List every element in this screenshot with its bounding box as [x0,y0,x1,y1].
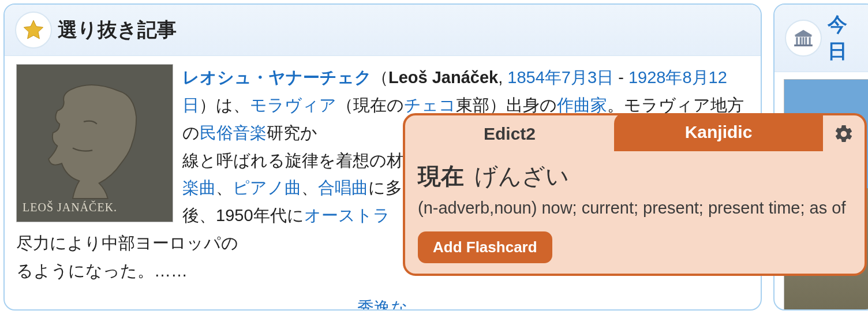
link-moravia[interactable]: モラヴィア [250,96,336,114]
thumbnail-caption: LEOŠ JANÁČEK. [23,198,117,217]
link-choral[interactable]: 合唱曲 [318,178,368,197]
link-piano[interactable]: ピアノ曲 [233,178,301,197]
link-gakkyoku[interactable]: 楽曲 [182,178,216,197]
link-composer[interactable]: 作曲家 [557,96,607,114]
museum-icon [785,20,822,57]
entry-definition: (n-adverb,noun) now; current; present; p… [418,196,852,221]
article-thumbnail[interactable]: LEOŠ JANÁČEK. [16,64,173,222]
svg-rect-6 [809,37,811,44]
svg-rect-5 [805,37,807,44]
star-icon [15,12,52,48]
link-czech[interactable]: チェコ [404,96,456,114]
popup-body: 現在げんざい (n-adverb,noun) now; current; pre… [405,152,865,274]
featured-article-title: 選り抜き記事 [58,17,177,43]
featured-article-header: 選り抜き記事 [5,5,761,56]
subject-roman: Leoš Janáček [388,68,498,87]
gear-icon [833,124,854,144]
settings-button[interactable] [823,115,865,152]
tab-kanjidic[interactable]: Kanjidic [614,113,823,151]
link-subject[interactable]: レオシュ・ヤナーチェク [182,68,372,87]
link-austria[interactable]: オーストラ [304,206,390,225]
popup-tabs: Edict2 Kanjidic [405,115,865,152]
portrait-relief [40,82,149,203]
entry-kanji: 現在 [418,163,464,189]
svg-rect-2 [796,37,798,44]
link-birth-date[interactable]: 1854年7月3日 [507,68,613,87]
dictionary-popup: Edict2 Kanjidic 現在げんざい (n-adverb,noun) n… [403,113,867,276]
svg-rect-3 [800,37,802,44]
entry-heading: 現在げんざい [418,160,852,192]
tab-edict2[interactable]: Edict2 [405,115,614,152]
svg-marker-0 [24,20,43,39]
add-flashcard-button[interactable]: Add Flashcard [418,231,552,263]
entry-reading: げんざい [474,163,569,189]
article-end: るようになった。…… [16,261,188,280]
link-folk-music[interactable]: 民俗音楽 [200,124,267,142]
svg-rect-1 [795,35,812,36]
link-more-featured[interactable]: 秀逸な [357,298,408,311]
svg-rect-7 [794,44,813,46]
svg-rect-4 [802,37,804,44]
today-title: 今日 [828,12,863,65]
today-header: 今日 [775,5,868,72]
